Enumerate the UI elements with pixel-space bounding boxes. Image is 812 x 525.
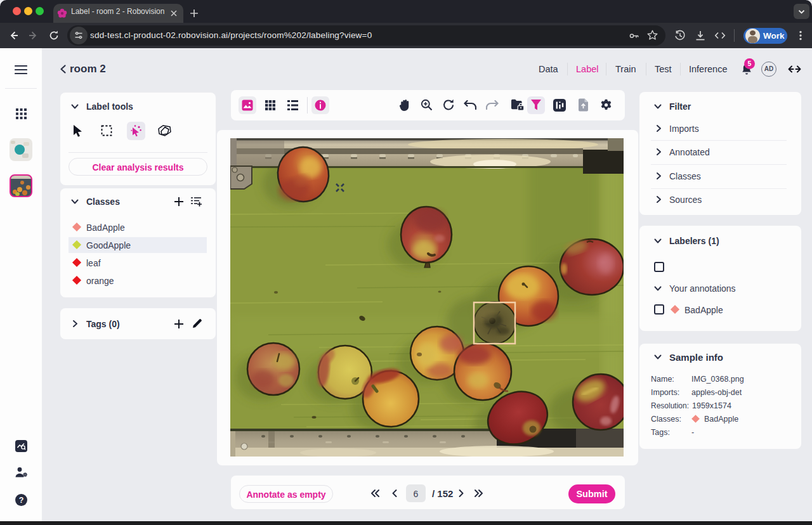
svg-text:?: ?	[19, 496, 24, 505]
